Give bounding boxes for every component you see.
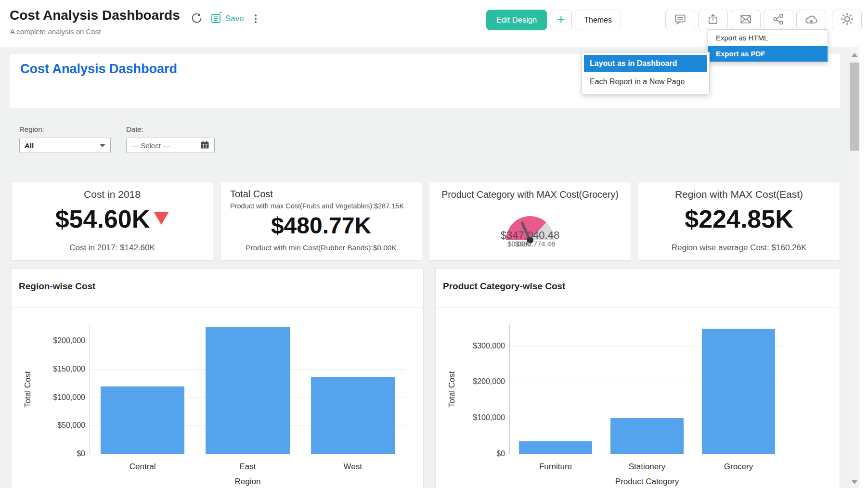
- settings-button[interactable]: [832, 10, 862, 30]
- scroll-up-arrow-icon[interactable]: [852, 53, 857, 57]
- kpi-card-region-max: Region with MAX Cost(East) $224.85K Regi…: [638, 182, 840, 261]
- x-category-label: Furniture: [510, 462, 601, 472]
- kpi-footer: Cost in 2017: $142.60K: [12, 243, 213, 253]
- x-category-label: Central: [90, 462, 195, 472]
- x-category-label: East: [195, 462, 300, 472]
- add-report-button[interactable]: +: [550, 10, 572, 30]
- menu-item-each-report-in-a-new-page[interactable]: Each Report in a New Page: [584, 73, 707, 90]
- vertical-ellipsis-icon: [255, 14, 257, 16]
- bar-grocery[interactable]: [702, 329, 775, 454]
- gridline: [90, 454, 405, 454]
- region-filter-label: Region:: [19, 125, 44, 133]
- plot-area: Region $0$50,000$100,000$150,000$200,000…: [90, 324, 405, 454]
- y-tick-label: $200,000: [473, 377, 505, 386]
- more-options-button[interactable]: [252, 13, 259, 24]
- x-axis-title: Region: [90, 477, 405, 487]
- date-select[interactable]: --- Select ---: [126, 138, 215, 153]
- save-label: Save: [225, 14, 244, 24]
- kpi-title: Cost in 2018: [12, 189, 213, 200]
- themes-button[interactable]: Themes: [575, 10, 621, 30]
- kpi-card-cost-2018: Cost in 2018 $54.60K Cost in 2017: $142.…: [11, 182, 213, 261]
- dashboard-viewport: Cost Analysis Dashboard Region: All Date…: [0, 47, 850, 488]
- gear-icon: [841, 13, 854, 27]
- x-category-label: Grocery: [693, 462, 784, 472]
- kpi-value: $480.77K: [220, 212, 422, 239]
- y-tick-label: $100,000: [53, 393, 85, 402]
- kpi-card-total-cost: Total Cost Product with max Cost(Fruits …: [220, 182, 422, 261]
- svg-text:*: *: [219, 12, 222, 17]
- divider: [12, 307, 423, 308]
- menu-item-export-as-html[interactable]: Export as HTML: [708, 30, 828, 46]
- export-icon: [707, 13, 719, 27]
- kpi-title: Region with MAX Cost(East): [638, 189, 840, 200]
- trend-down-icon: [154, 212, 169, 225]
- kpi-title: Product Category with MAX Cost(Grocery): [429, 189, 631, 200]
- calendar-icon: [200, 140, 209, 151]
- y-tick-label: $300,000: [473, 342, 505, 350]
- edit-design-button[interactable]: Edit Design: [486, 10, 547, 30]
- dashboard-title: Cost Analysis Dashboard: [20, 62, 177, 77]
- kpi-value: $224.85K: [638, 205, 840, 233]
- menu-item-export-as-pdf[interactable]: Export as PDF: [708, 46, 828, 62]
- bar-west[interactable]: [311, 377, 395, 454]
- comment-icon: [674, 13, 687, 27]
- plot-area: Product Category $0$100,000$200,000$300,…: [509, 324, 784, 454]
- bar-stationery[interactable]: [610, 418, 684, 454]
- kpi-title: Total Cost: [230, 189, 273, 200]
- chart-title: Region-wise Cost: [19, 281, 95, 292]
- date-select-value: --- Select ---: [131, 141, 170, 150]
- plus-icon: +: [557, 13, 565, 26]
- export-button[interactable]: [698, 10, 728, 30]
- region-select-value: All: [25, 141, 34, 150]
- kpi-value: $54.60K: [12, 205, 213, 233]
- y-tick-label: $200,000: [53, 336, 85, 345]
- envelope-icon: [739, 13, 752, 27]
- action-toolbar: Edit Design + Themes: [486, 10, 862, 30]
- save-icon: *: [210, 12, 223, 26]
- refresh-button[interactable]: [191, 12, 203, 26]
- x-axis-title: Product Category: [510, 477, 784, 487]
- gridline: [510, 454, 784, 454]
- y-tick-label: $150,000: [53, 365, 85, 373]
- bar-furniture[interactable]: [519, 441, 592, 454]
- vertical-scrollbar[interactable]: [850, 47, 859, 488]
- date-filter-label: Date:: [126, 125, 143, 133]
- kpi-min-note: Product with min Cost(Rubber Bands):$0.0…: [220, 244, 422, 252]
- publish-button[interactable]: [796, 10, 826, 30]
- comments-button[interactable]: [665, 10, 695, 30]
- bar-central[interactable]: [101, 386, 185, 454]
- refresh-icon: [191, 12, 203, 26]
- chart-panel-product-category-wise-cost: Product Category-wise Cost Total Cost Pr…: [435, 268, 840, 488]
- scroll-down-arrow-icon[interactable]: [852, 480, 857, 484]
- x-category-label: West: [300, 462, 405, 472]
- save-button[interactable]: * Save: [210, 12, 244, 26]
- cloud-upload-icon: [804, 13, 818, 28]
- app-subtitle: A complete analysis on Cost: [10, 27, 101, 36]
- y-axis-title: Total Cost: [23, 371, 33, 408]
- x-category-label: Stationery: [601, 462, 693, 472]
- y-tick-label: $50,000: [57, 421, 85, 430]
- y-tick-label: $0: [77, 449, 85, 458]
- share-button[interactable]: [764, 10, 793, 30]
- export-layout-submenu: Layout as in Dashboard Each Report in a …: [582, 52, 710, 94]
- share-icon: [772, 13, 785, 27]
- app-title: Cost Analysis Dashboards: [10, 8, 180, 23]
- kpi-footer: Region wise average Cost: $160.26K: [638, 243, 840, 253]
- scrollbar-thumb[interactable]: [850, 63, 859, 151]
- bar-east[interactable]: [206, 327, 290, 454]
- region-select[interactable]: All: [19, 138, 111, 153]
- y-tick-label: $0: [496, 449, 505, 458]
- menu-item-layout-as-in-dashboard[interactable]: Layout as in Dashboard: [584, 55, 707, 72]
- chevron-down-icon: [100, 144, 105, 147]
- divider: [436, 307, 840, 308]
- export-menu: Export as HTML Export as PDF: [708, 29, 828, 62]
- y-tick-label: $100,000: [473, 413, 505, 422]
- gauge-max-label: $380,774.46: [515, 240, 555, 248]
- email-button[interactable]: [731, 10, 761, 30]
- chart-panel-region-wise-cost: Region-wise Cost Total Cost Region $0$50…: [11, 268, 424, 488]
- y-axis-title: Total Cost: [447, 371, 457, 408]
- kpi-card-max-category-gauge: Product Category with MAX Cost(Grocery) …: [429, 182, 631, 261]
- view-tools: * Save: [191, 12, 259, 26]
- kpi-max-note: Product with max Cost(Fruits and Vegetab…: [230, 202, 404, 210]
- chart-title: Product Category-wise Cost: [443, 281, 565, 292]
